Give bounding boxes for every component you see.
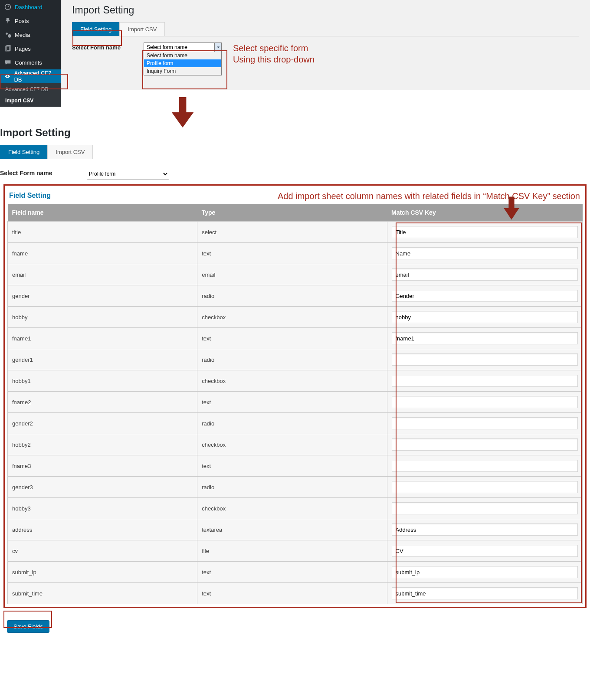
match-csv-key-input[interactable] <box>392 481 578 493</box>
sidebar-item-label: Dashboard <box>15 4 43 10</box>
cell-matchkey <box>387 583 583 604</box>
table-row: submit_iptext <box>8 562 583 583</box>
match-csv-key-input[interactable] <box>392 502 578 514</box>
tab-field-setting[interactable]: Field Setting <box>0 145 48 159</box>
sidebar-item-posts[interactable]: Posts <box>0 14 61 28</box>
table-row: hobby1checkbox <box>8 370 583 392</box>
select-form-dropdown-value[interactable] <box>144 43 214 52</box>
cell-fieldname: cv <box>8 540 197 562</box>
tab-import-csv[interactable]: Import CSV <box>47 145 93 159</box>
match-csv-key-input[interactable] <box>392 396 578 408</box>
cell-type: text <box>197 583 387 604</box>
sidebar-submenu-item-cf7db[interactable]: Advanced CF7 DB <box>0 84 61 95</box>
cell-fieldname: email <box>8 264 197 285</box>
match-csv-key-input[interactable] <box>392 247 578 259</box>
cell-matchkey <box>387 562 583 583</box>
table-row: fname3text <box>8 455 583 477</box>
cell-matchkey <box>387 477 583 498</box>
table-row: fname2text <box>8 392 583 413</box>
pin-icon <box>4 17 11 24</box>
match-csv-key-input[interactable] <box>392 587 578 599</box>
cell-type: text <box>197 392 387 413</box>
match-csv-key-input[interactable] <box>392 417 578 429</box>
table-header-matchkey: Match CSV Key <box>387 204 583 222</box>
cell-type: textarea <box>197 519 387 540</box>
cell-type: radio <box>197 413 387 434</box>
tab-import-csv[interactable]: Import CSV <box>119 22 165 36</box>
wp-admin-sidebar: Dashboard Posts Media Pages Comments Adv… <box>0 0 61 90</box>
sidebar-item-label: Comments <box>15 59 42 66</box>
match-csv-key-input[interactable] <box>392 523 578 536</box>
sidebar-item-media[interactable]: Media <box>0 28 61 42</box>
page-title: Import Setting <box>72 4 579 16</box>
cell-matchkey <box>387 540 583 562</box>
match-csv-key-input[interactable] <box>392 460 578 472</box>
save-fields-button[interactable]: Save Fields <box>7 620 49 633</box>
sidebar-item-dashboard[interactable]: Dashboard <box>0 0 61 14</box>
cell-fieldname: gender3 <box>8 477 197 498</box>
mid-content-area: Import Setting Field Setting Import CSV … <box>0 127 590 180</box>
match-csv-key-input[interactable] <box>392 545 578 557</box>
cell-fieldname: fname3 <box>8 455 197 477</box>
table-header-type: Type <box>197 204 387 222</box>
match-csv-key-input[interactable] <box>392 375 578 387</box>
sidebar-item-advanced-cf7-db[interactable]: Advanced CF7 DB <box>0 69 61 83</box>
select-form-dropdown[interactable]: Profile form <box>87 168 169 180</box>
cell-matchkey <box>387 498 583 519</box>
cell-matchkey <box>387 264 583 285</box>
cell-matchkey <box>387 349 583 370</box>
dropdown-option[interactable]: Select form name <box>144 52 221 59</box>
svg-point-1 <box>6 33 8 35</box>
match-csv-key-input[interactable] <box>392 311 578 323</box>
table-row: emailemail <box>8 264 583 285</box>
dropdown-option[interactable]: Inquiry Form <box>144 67 221 75</box>
cell-type: checkbox <box>197 434 387 455</box>
page-title: Import Setting <box>0 127 590 139</box>
chevron-down-icon[interactable] <box>214 43 221 52</box>
sidebar-item-label: Advanced CF7 DB <box>14 70 56 83</box>
cell-type: checkbox <box>197 307 387 328</box>
cell-matchkey <box>387 328 583 349</box>
match-csv-key-input[interactable] <box>392 226 578 238</box>
sidebar-submenu-item-import-csv[interactable]: Import CSV <box>0 95 61 106</box>
match-csv-key-input[interactable] <box>392 268 578 281</box>
table-row: fname1text <box>8 328 583 349</box>
cell-fieldname: hobby1 <box>8 370 197 392</box>
eye-icon <box>4 73 10 80</box>
cell-type: text <box>197 562 387 583</box>
annotation-select-form: Select specific form Using this drop-dow… <box>233 43 315 65</box>
cell-type: select <box>197 222 387 243</box>
cell-matchkey <box>387 519 583 540</box>
cell-fieldname: hobby <box>8 307 197 328</box>
dropdown-option[interactable]: Profile form <box>144 59 221 67</box>
table-row: titleselect <box>8 222 583 243</box>
field-setting-heading: Field Setting <box>9 192 51 200</box>
cell-matchkey <box>387 413 583 434</box>
table-row: hobby3checkbox <box>8 498 583 519</box>
cell-fieldname: fname1 <box>8 328 197 349</box>
cell-type: email <box>197 264 387 285</box>
cell-fieldname: hobby2 <box>8 434 197 455</box>
cell-type: radio <box>197 477 387 498</box>
select-form-dropdown-open[interactable]: Select form name Profile form Inquiry Fo… <box>144 43 222 75</box>
cell-matchkey <box>387 307 583 328</box>
dashboard-icon <box>4 3 11 10</box>
sidebar-item-comments[interactable]: Comments <box>0 56 61 69</box>
annotation-match-csv: Add import sheet column names with relat… <box>278 191 580 201</box>
top-content-area: Import Setting Field Setting Import CSV … <box>61 0 590 90</box>
match-csv-key-input[interactable] <box>392 566 578 578</box>
annotation-arrow-down <box>167 97 198 129</box>
cell-matchkey <box>387 243 583 264</box>
cell-fieldname: gender2 <box>8 413 197 434</box>
tab-field-setting[interactable]: Field Setting <box>72 22 120 36</box>
match-csv-key-input[interactable] <box>392 332 578 344</box>
sidebar-item-pages[interactable]: Pages <box>0 42 61 56</box>
cell-type: text <box>197 243 387 264</box>
match-csv-key-input[interactable] <box>392 353 578 366</box>
cell-fieldname: fname <box>8 243 197 264</box>
tabs-top: Field Setting Import CSV <box>72 22 579 36</box>
match-csv-key-input[interactable] <box>392 438 578 451</box>
match-csv-key-input[interactable] <box>392 290 578 302</box>
cell-fieldname: submit_ip <box>8 562 197 583</box>
cell-matchkey <box>387 392 583 413</box>
